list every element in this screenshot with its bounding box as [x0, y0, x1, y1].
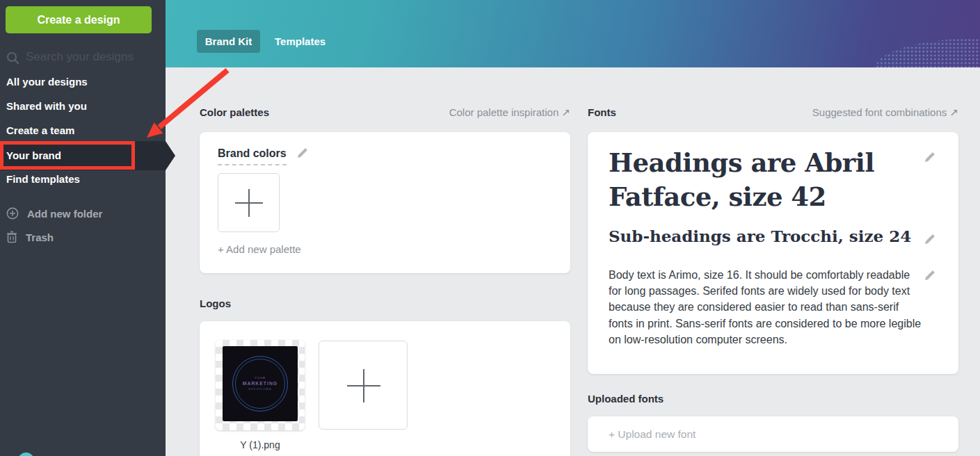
color-palettes-card: Brand colors .plus-tile .cross::before {… — [200, 132, 570, 273]
brand-kit-page: Brand Kit Templates Color palettes Color… — [0, 0, 980, 456]
edit-body-pencil-icon[interactable] — [924, 270, 935, 282]
logo-badge-line-2: MARKETING — [235, 380, 286, 387]
color-palette-inspiration-link[interactable]: Color palette inspiration ↗ — [449, 106, 570, 119]
heading-font-sample[interactable]: Headings are Abril Fatface, size 42 — [609, 146, 918, 214]
sidebar-item-your-brand[interactable]: Your brand — [0, 141, 175, 170]
search-bar — [6, 50, 159, 67]
sidebar-item-label: Your brand — [6, 147, 61, 164]
trash-label: Trash — [26, 231, 54, 243]
fonts-section-header: Fonts Suggested font combinations ↗ — [588, 106, 958, 119]
upload-new-font-button[interactable]: + Upload new font — [609, 416, 696, 452]
edit-heading-pencil-icon[interactable] — [924, 152, 935, 163]
body-font-sample[interactable]: Body text is Arimo, size 16. It should b… — [609, 267, 925, 348]
sidebar-item-create-a-team[interactable]: Create a team — [6, 122, 74, 139]
logo-badge-line-3: SOLUTIONS — [235, 387, 286, 391]
fonts-title: Fonts — [588, 106, 616, 118]
uploaded-fonts-section-header: Uploaded fonts — [588, 393, 958, 405]
trash-icon — [6, 231, 17, 243]
search-icon — [6, 51, 19, 65]
header-banner: Brand Kit Templates — [166, 0, 980, 67]
color-palettes-title: Color palettes — [200, 106, 269, 118]
search-input[interactable] — [26, 50, 154, 64]
add-new-folder-button[interactable]: Add new folder — [6, 206, 102, 220]
logos-section-header: Logos — [200, 298, 570, 309]
suggested-font-combinations-link[interactable]: Suggested font combinations ↗ — [812, 106, 958, 119]
plus-icon — [235, 189, 263, 217]
uploaded-fonts-title: Uploaded fonts — [588, 393, 664, 405]
add-logo-button[interactable] — [319, 341, 408, 430]
create-a-design-button[interactable]: Create a design — [6, 6, 152, 33]
logo-image: YOUR MARKETING SOLUTIONS — [223, 346, 298, 421]
logo-filename: Y (1).png — [216, 439, 305, 450]
logos-card: YOUR MARKETING SOLUTIONS Y (1).png — [200, 321, 570, 456]
sidebar: Create a design All your designs Shared … — [0, 0, 166, 456]
subheading-font-sample[interactable]: Sub-headings are Trocchi, size 24 — [609, 227, 911, 245]
dot-pattern-decoration — [876, 38, 980, 67]
tab-templates[interactable]: Templates — [275, 30, 326, 53]
user-avatar[interactable] — [18, 453, 34, 456]
edit-subheading-pencil-icon[interactable] — [924, 234, 935, 245]
logo-thumbnail[interactable]: YOUR MARKETING SOLUTIONS — [216, 340, 305, 430]
sidebar-item-shared-with-you[interactable]: Shared with you — [6, 98, 87, 115]
plus-icon — [347, 369, 380, 402]
logo-badge-ring: YOUR MARKETING SOLUTIONS — [232, 356, 288, 412]
trash-button[interactable]: Trash — [6, 230, 54, 244]
edit-pencil-icon[interactable] — [296, 147, 308, 159]
tab-brand-kit[interactable]: Brand Kit — [197, 30, 260, 53]
sidebar-item-all-your-designs[interactable]: All your designs — [6, 74, 88, 90]
color-palettes-section-header: Color palettes Color palette inspiration… — [200, 106, 570, 119]
add-color-button[interactable]: .plus-tile .cross::before { left:0; top:… — [218, 173, 280, 232]
circle-plus-icon — [6, 207, 19, 220]
palette-name-field[interactable]: Brand colors — [218, 147, 287, 165]
fonts-card: Headings are Abril Fatface, size 42 Sub-… — [588, 132, 958, 374]
uploaded-fonts-card: + Upload new font — [588, 416, 958, 452]
add-new-folder-label: Add new folder — [27, 208, 102, 220]
sidebar-item-find-templates[interactable]: Find templates — [6, 171, 80, 188]
add-new-palette-button[interactable]: + Add new palette — [218, 243, 301, 255]
logos-title: Logos — [200, 298, 231, 309]
